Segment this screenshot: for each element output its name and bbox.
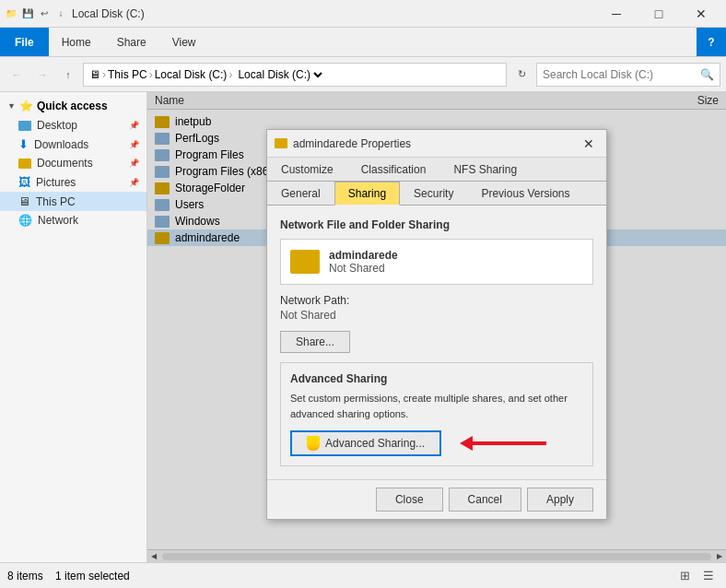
title-bar-icons: 📁 💾 ↩ ↓ (4, 6, 68, 21)
share-button[interactable]: Share... (280, 331, 350, 353)
sidebar-item-this-pc[interactable]: 🖥 This PC (0, 192, 146, 211)
network-icon: 🌐 (18, 214, 32, 227)
sidebar-item-network[interactable]: 🌐 Network (0, 211, 146, 229)
advanced-section-desc: Set custom permissions, create multiple … (290, 391, 583, 421)
quick-access-label: Quick access (37, 100, 108, 112)
address-dropdown[interactable]: Local Disk (C:) (234, 67, 325, 82)
quick-access-arrow: ▼ (7, 101, 16, 111)
view-tab[interactable]: View (159, 28, 209, 56)
sharing-info-box: admindarede Not Shared (280, 239, 593, 285)
this-pc-icon: 🖥 (18, 194, 30, 208)
address-home-icon: 🖥 (89, 68, 100, 81)
selection-info: 1 item selected (55, 570, 130, 582)
items-count: 8 items (7, 570, 43, 582)
network-label: Network (38, 214, 78, 227)
main-layout: ▼ ⭐ Quick access Desktop 📌 ⬇ Downloads 📌… (0, 92, 726, 562)
large-icons-view-button[interactable]: ⊞ (674, 566, 695, 586)
details-view-button[interactable]: ☰ (698, 566, 719, 586)
close-button[interactable]: ✕ (680, 0, 722, 28)
pictures-pin-icon: 📌 (129, 178, 139, 187)
share-tab[interactable]: Share (104, 28, 159, 56)
documents-pin-icon: 📌 (129, 159, 139, 168)
file-area: Name Size inetpub PerfLogs Program Files (147, 92, 726, 562)
forward-button[interactable]: → (31, 64, 53, 86)
sidebar-item-pictures[interactable]: 🖼 Pictures 📌 (0, 172, 146, 192)
address-bar: ← → ↑ 🖥 › This PC › Local Disk (C:) › Lo… (0, 57, 726, 92)
desktop-icon (18, 121, 31, 131)
sidebar-item-documents[interactable]: Documents 📌 (0, 154, 146, 172)
tab-customize[interactable]: Customize (267, 158, 347, 182)
back-button[interactable]: ← (6, 64, 28, 86)
window-title: Local Disk (C:) (72, 7, 145, 20)
dialog-body: Network File and Folder Sharing admindar… (267, 206, 606, 479)
network-path-value: Not Shared (280, 309, 593, 322)
desktop-pin-icon: 📌 (129, 121, 139, 130)
search-icon[interactable]: 🔍 (700, 68, 714, 81)
ribbon-spacer (209, 28, 697, 56)
status-bar: 8 items 1 item selected ⊞ ☰ (0, 562, 726, 588)
pictures-label: Pictures (36, 176, 76, 189)
tab-classification[interactable]: Classification (347, 158, 440, 182)
app-icon: 📁 (4, 6, 18, 21)
sidebar-item-desktop[interactable]: Desktop 📌 (0, 116, 146, 135)
tab-security[interactable]: Security (400, 182, 467, 206)
sharing-folder-icon (290, 250, 320, 274)
search-box[interactable]: 🔍 (536, 63, 720, 87)
documents-icon (18, 159, 31, 169)
quick-access-icon: ⭐ (19, 100, 33, 112)
arrow-head-left (460, 436, 473, 451)
tab-general[interactable]: General (267, 182, 334, 206)
tab-sharing[interactable]: Sharing (334, 182, 400, 206)
shield-icon (307, 436, 320, 451)
arrow-shaft (473, 441, 546, 445)
quick-access-header[interactable]: ▼ ⭐ Quick access (0, 96, 146, 116)
downloads-icon: ⬇ (18, 137, 29, 151)
downloads-label: Downloads (34, 138, 88, 151)
refresh-button[interactable]: ↻ (510, 64, 533, 86)
up-button[interactable]: ↑ (57, 64, 79, 86)
minimize-button[interactable]: ─ (595, 0, 638, 28)
dialog-folder-icon (275, 138, 287, 148)
advanced-sharing-button-label: Advanced Sharing... (325, 437, 425, 450)
network-path-label: Network Path: (280, 294, 593, 307)
address-box[interactable]: 🖥 › This PC › Local Disk (C:) › Local Di… (83, 63, 507, 87)
home-tab[interactable]: Home (49, 28, 104, 56)
status-right: ⊞ ☰ (674, 566, 719, 586)
tab-nfs-sharing[interactable]: NFS Sharing (439, 158, 531, 182)
sidebar: ▼ ⭐ Quick access Desktop 📌 ⬇ Downloads 📌… (0, 92, 147, 562)
desktop-label: Desktop (37, 119, 77, 132)
sharing-folder-status: Not Shared (329, 262, 398, 275)
title-bar: 📁 💾 ↩ ↓ Local Disk (C:) ─ □ ✕ (0, 0, 726, 28)
this-pc-label: This PC (36, 195, 76, 208)
help-button[interactable]: ? (697, 28, 726, 56)
maximize-button[interactable]: □ (638, 0, 680, 28)
address-this-pc[interactable]: This PC (108, 68, 147, 81)
undo-icon[interactable]: ↩ (37, 6, 52, 21)
address-local-disk[interactable]: Local Disk (C:) (155, 68, 228, 81)
dialog-tabs-row1: Customize Classification NFS Sharing (267, 158, 606, 182)
properties-dialog: admindarede Properties ✕ Customize Class… (266, 129, 607, 520)
status-items: 8 items 1 item selected (7, 570, 130, 582)
dialog-footer: Close Cancel Apply (267, 479, 606, 519)
ribbon: File Home Share View ? (0, 28, 726, 57)
dialog-title-text: admindarede Properties (293, 137, 411, 150)
dialog-titlebar: admindarede Properties ✕ (267, 130, 606, 158)
tab-previous-versions[interactable]: Previous Versions (467, 182, 583, 206)
apply-button[interactable]: Apply (527, 488, 593, 512)
dialog-close-button[interactable]: ✕ (579, 134, 599, 154)
dialog-tabs-row2: General Sharing Security Previous Versio… (267, 182, 606, 206)
sharing-folder-name: admindarede (329, 249, 398, 262)
dialog-title: admindarede Properties (275, 137, 411, 150)
save-icon[interactable]: 💾 (20, 6, 35, 21)
properties-icon[interactable]: ↓ (53, 6, 68, 21)
search-input[interactable] (543, 68, 690, 81)
close-button[interactable]: Close (376, 488, 443, 512)
sidebar-item-downloads[interactable]: ⬇ Downloads 📌 (0, 135, 146, 154)
sharing-folder-text: admindarede Not Shared (329, 249, 398, 275)
documents-label: Documents (37, 157, 93, 170)
dialog-overlay: admindarede Properties ✕ Customize Class… (147, 92, 726, 562)
arrow-indicator (460, 436, 546, 451)
file-tab[interactable]: File (0, 28, 49, 56)
cancel-button[interactable]: Cancel (449, 488, 521, 512)
advanced-sharing-button[interactable]: Advanced Sharing... (290, 430, 441, 456)
